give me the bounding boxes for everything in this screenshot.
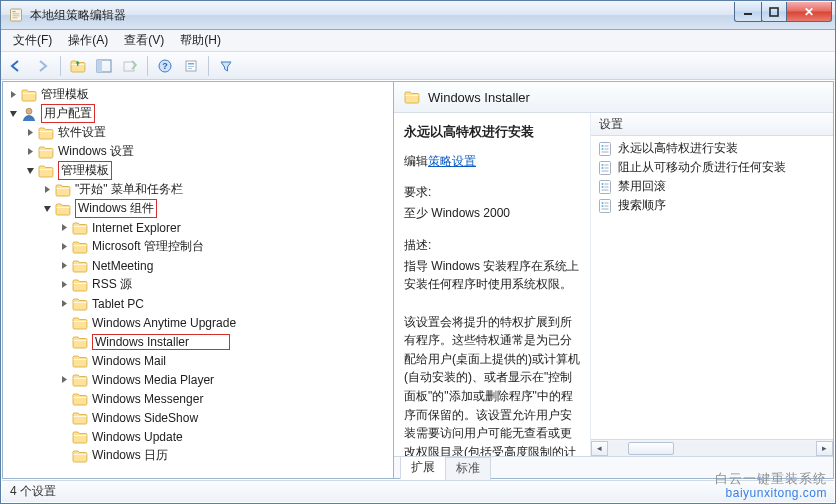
chevron-down-icon[interactable] <box>24 165 36 177</box>
column-header-settings[interactable]: 设置 <box>591 113 833 136</box>
chevron-right-icon[interactable] <box>58 374 70 386</box>
requirement-value: 至少 Windows 2000 <box>404 204 582 223</box>
chevron-right-icon[interactable] <box>58 222 70 234</box>
policy-title: 永远以高特权进行安装 <box>404 123 582 142</box>
scroll-thumb[interactable] <box>628 442 674 455</box>
user-icon <box>21 106 37 122</box>
tab-standard[interactable]: 标准 <box>445 457 491 480</box>
folder-icon <box>72 354 88 368</box>
scroll-left-button[interactable]: ◂ <box>591 441 608 456</box>
node-label: 用户配置 <box>41 104 95 123</box>
tree-software-settings[interactable]: 软件设置 <box>24 123 393 142</box>
close-button[interactable]: ✕ <box>786 2 832 22</box>
tree-start-taskbar[interactable]: "开始" 菜单和任务栏 <box>41 180 393 199</box>
chevron-right-icon[interactable] <box>58 260 70 272</box>
list-item[interactable]: 阻止从可移动介质进行任何安装 <box>591 158 833 177</box>
node-label: NetMeeting <box>92 259 153 273</box>
tab-extended[interactable]: 扩展 <box>400 456 446 479</box>
scroll-track[interactable] <box>608 441 816 456</box>
node-label: 管理模板 <box>41 86 89 103</box>
svg-text:?: ? <box>162 61 168 71</box>
show-tree-button[interactable] <box>92 55 116 77</box>
folder-icon <box>72 449 88 463</box>
tree-windows-settings[interactable]: Windows 设置 <box>24 142 393 161</box>
edit-policy-link[interactable]: 策略设置 <box>428 154 476 168</box>
list-item-label: 阻止从可移动介质进行任何安装 <box>618 159 786 176</box>
up-button[interactable] <box>66 55 90 77</box>
menu-view[interactable]: 查看(V) <box>118 30 170 51</box>
list-item[interactable]: 搜索顺序 <box>591 196 833 215</box>
folder-icon <box>38 145 54 159</box>
horizontal-scrollbar[interactable]: ◂ ▸ <box>591 439 833 456</box>
folder-icon <box>38 164 54 178</box>
tree-item[interactable]: Windows Media Player <box>58 370 393 389</box>
node-label: Tablet PC <box>92 297 144 311</box>
tree-item[interactable]: Windows Update <box>58 427 393 446</box>
tree-pane[interactable]: 管理模板 用户配置 软件设置 Windows 设置 管理模板 "开始" 菜单和任… <box>2 81 394 479</box>
tree-item[interactable]: RSS 源 <box>58 275 393 294</box>
node-label: Windows Installer <box>92 334 230 350</box>
minimize-button[interactable] <box>734 2 762 22</box>
chevron-right-icon[interactable] <box>24 127 36 139</box>
node-label: Windows Anytime Upgrade <box>92 316 236 330</box>
svg-rect-10 <box>770 8 778 16</box>
chevron-right-icon[interactable] <box>58 241 70 253</box>
tree-item[interactable]: NetMeeting <box>58 256 393 275</box>
chevron-right-icon[interactable] <box>58 279 70 291</box>
description-column: 永远以高特权进行安装 编辑策略设置 要求: 至少 Windows 2000 描述… <box>394 113 590 456</box>
tree-item[interactable]: Internet Explorer <box>58 218 393 237</box>
folder-icon <box>72 411 88 425</box>
chevron-right-icon[interactable] <box>41 184 53 196</box>
chevron-right-icon[interactable] <box>58 298 70 310</box>
menu-help[interactable]: 帮助(H) <box>174 30 227 51</box>
titlebar[interactable]: 本地组策略编辑器 ✕ <box>1 1 835 30</box>
folder-icon <box>72 373 88 387</box>
tree-item[interactable]: Microsoft 管理控制台 <box>58 237 393 256</box>
folder-icon <box>404 90 420 104</box>
tree-item[interactable]: Tablet PC <box>58 294 393 313</box>
scroll-right-button[interactable]: ▸ <box>816 441 833 456</box>
chevron-right-icon[interactable] <box>24 146 36 158</box>
tree-item[interactable]: Windows SideShow <box>58 408 393 427</box>
tree-user-config[interactable]: 用户配置 <box>7 104 393 123</box>
maximize-button[interactable] <box>761 2 787 22</box>
svg-rect-19 <box>188 68 192 69</box>
back-button[interactable] <box>5 55 29 77</box>
description-body: 指导 Windows 安装程序在系统上安装任何程序时使用系统权限。该设置会将提升… <box>404 257 582 456</box>
toolbar-sep <box>60 56 61 76</box>
view-tabs: 扩展 标准 <box>394 456 833 478</box>
list-item[interactable]: 永远以高特权进行安装 <box>591 139 833 158</box>
chevron-down-icon[interactable] <box>7 108 19 120</box>
tree-windows-components[interactable]: Windows 组件 <box>41 199 393 218</box>
tree-item[interactable]: Windows Mail <box>58 351 393 370</box>
filter-button[interactable] <box>214 55 238 77</box>
tree-item[interactable]: Windows Anytime Upgrade <box>58 313 393 332</box>
policy-icon <box>597 179 613 195</box>
folder-icon <box>55 183 71 197</box>
forward-button[interactable] <box>31 55 55 77</box>
description-label: 描述: <box>404 236 582 255</box>
status-bar: 4 个设置 <box>2 480 834 502</box>
svg-rect-13 <box>124 62 134 71</box>
properties-button[interactable] <box>179 55 203 77</box>
chevron-right-icon[interactable] <box>7 89 19 101</box>
node-label: Windows Mail <box>92 354 166 368</box>
export-button[interactable] <box>118 55 142 77</box>
tree-admin-templates-user[interactable]: 管理模板 <box>24 161 393 180</box>
tree-item[interactable]: Windows 日历 <box>58 446 393 465</box>
list-item-label: 永远以高特权进行安装 <box>618 140 738 157</box>
tree-windows-installer[interactable]: Windows Installer <box>58 332 393 351</box>
menu-action[interactable]: 操作(A) <box>62 30 114 51</box>
node-label: Windows Media Player <box>92 373 214 387</box>
chevron-down-icon[interactable] <box>41 203 53 215</box>
edit-label: 编辑 <box>404 154 428 168</box>
node-label: Windows 日历 <box>92 447 168 464</box>
tree-item[interactable]: Windows Messenger <box>58 389 393 408</box>
menu-file[interactable]: 文件(F) <box>7 30 58 51</box>
content-header: Windows Installer <box>394 82 833 113</box>
requirement-label: 要求: <box>404 183 582 202</box>
policy-icon <box>597 160 613 176</box>
help-button[interactable]: ? <box>153 55 177 77</box>
list-item[interactable]: 禁用回滚 <box>591 177 833 196</box>
tree-admin-templates[interactable]: 管理模板 <box>7 85 393 104</box>
